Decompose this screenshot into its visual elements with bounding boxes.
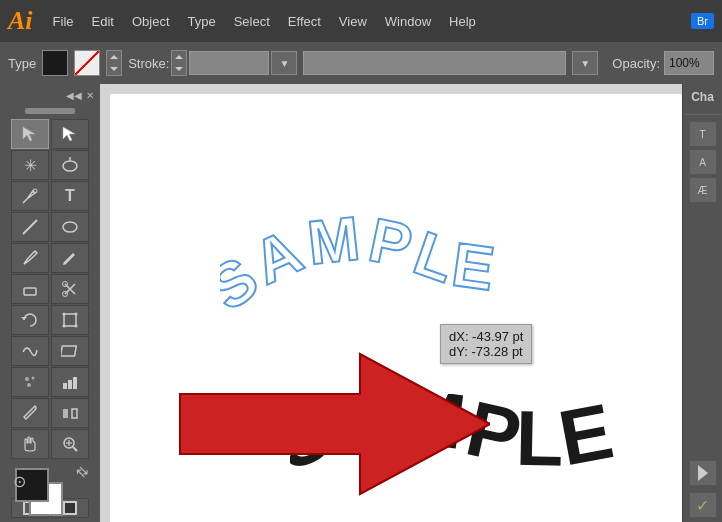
stroke-control: Stroke: ▼ [128,50,297,76]
menu-file[interactable]: File [45,10,82,33]
tool-row-4 [2,212,98,242]
svg-rect-19 [68,380,72,389]
svg-marker-8 [21,317,27,320]
tool-row-8 [2,336,98,366]
graph-tool[interactable] [51,367,89,397]
right-panel: Cha T A Æ ✓ [682,84,722,522]
tool-row-6 [2,274,98,304]
menu-select[interactable]: Select [226,10,278,33]
menu-type[interactable]: Type [180,10,224,33]
svg-rect-5 [24,288,36,295]
svg-rect-18 [63,383,67,389]
swap-colors-icon[interactable]: ⇄ [73,462,93,482]
lasso-tool[interactable] [51,150,89,180]
hand-tool[interactable] [11,429,49,459]
tool-row-5 [2,243,98,273]
ellipse-tool[interactable] [51,212,89,242]
panel-option-1[interactable]: T [689,121,717,147]
menu-object[interactable]: Object [124,10,178,33]
type-tool[interactable]: T [51,181,89,211]
type-label: Type [8,56,36,71]
rotate-tool[interactable] [11,305,49,335]
color-control-area: ⊙ ⇄ [15,468,85,491]
menu-edit[interactable]: Edit [84,10,122,33]
svg-rect-9 [64,314,76,326]
menu-help[interactable]: Help [441,10,484,33]
stroke-none-icon[interactable] [74,50,100,76]
pen-tool[interactable] [11,181,49,211]
menu-bar: Ai File Edit Object Type Select Effect V… [0,0,722,42]
zoom-tool[interactable] [51,429,89,459]
paintbrush-tool[interactable] [11,243,49,273]
symbol-sprayer-tool[interactable] [11,367,49,397]
fill-color-swatch[interactable] [42,50,68,76]
tool-row-10 [2,398,98,428]
opacity-label: Opacity: [612,56,660,71]
default-colors-icon[interactable]: ⊙ [13,472,26,491]
expand-icon [698,465,708,481]
tool-row-9 [2,367,98,397]
eraser-tool[interactable] [11,274,49,304]
tool-row-1 [2,119,98,149]
main-area: ◀◀ ✕ ✳ T [0,84,722,522]
selection-tool[interactable] [11,119,49,149]
collapse-icon[interactable]: ◀◀ [66,90,82,101]
scissors-tool[interactable] [51,274,89,304]
red-arrow-indicator [160,334,490,514]
tool-row-2: ✳ [2,150,98,180]
stroke-stepper[interactable] [171,50,187,76]
stroke-label: Stroke: [128,56,169,71]
svg-rect-20 [73,377,77,389]
svg-line-3 [23,220,37,234]
free-transform-tool[interactable] [51,336,89,366]
color-stepper[interactable] [106,50,122,76]
extra-field [303,51,566,75]
options-toolbar: Type Stroke: ▼ ▼ Opacity: 100% [0,42,722,84]
blend-tool[interactable] [51,398,89,428]
stroke-color-field[interactable] [189,51,269,75]
menu-window[interactable]: Window [377,10,439,33]
canvas-area: SAMPLE SAMPLE dX: -43.97 pt dY: -73.28 p… [100,84,682,522]
panel-title: Cha [687,88,718,106]
close-icon[interactable]: ✕ [86,90,94,101]
svg-point-11 [75,313,78,316]
left-toolbar: ◀◀ ✕ ✳ T [0,84,100,522]
svg-point-10 [63,313,66,316]
panel-expand-button[interactable] [689,460,717,486]
svg-point-15 [25,377,29,381]
bridge-badge: Br [691,13,714,29]
svg-rect-14 [61,346,76,356]
pencil-tool[interactable] [51,243,89,273]
svg-point-17 [27,383,31,387]
panel-divider [685,114,721,115]
magic-wand-tool[interactable]: ✳ [11,150,49,180]
tool-row-11 [2,429,98,459]
panel-option-2[interactable]: A [689,149,717,175]
app-logo: Ai [8,6,33,36]
opacity-value[interactable]: 100% [664,51,714,75]
checkmark-icon: ✓ [696,496,709,515]
tool-row-7 [2,305,98,335]
svg-line-24 [73,447,77,451]
svg-point-0 [63,161,77,171]
direct-selection-tool[interactable] [51,119,89,149]
svg-rect-22 [72,409,77,418]
toolbar-header: ◀◀ ✕ [2,88,98,103]
toolbar-handle [25,108,75,114]
warp-tool[interactable] [11,336,49,366]
panel-confirm-button[interactable]: ✓ [689,492,717,518]
extra-dropdown[interactable]: ▼ [572,51,598,75]
menu-effect[interactable]: Effect [280,10,329,33]
svg-marker-29 [180,354,490,494]
line-tool[interactable] [11,212,49,242]
opacity-control: Opacity: 100% [612,51,714,75]
svg-point-16 [32,377,35,380]
svg-text:SAMPLE: SAMPLE [220,214,502,324]
svg-rect-21 [63,409,68,418]
transform-tool[interactable] [51,305,89,335]
svg-point-12 [63,325,66,328]
menu-view[interactable]: View [331,10,375,33]
stroke-dropdown[interactable]: ▼ [271,51,297,75]
panel-option-3[interactable]: Æ [689,177,717,203]
eyedropper-tool[interactable] [11,398,49,428]
